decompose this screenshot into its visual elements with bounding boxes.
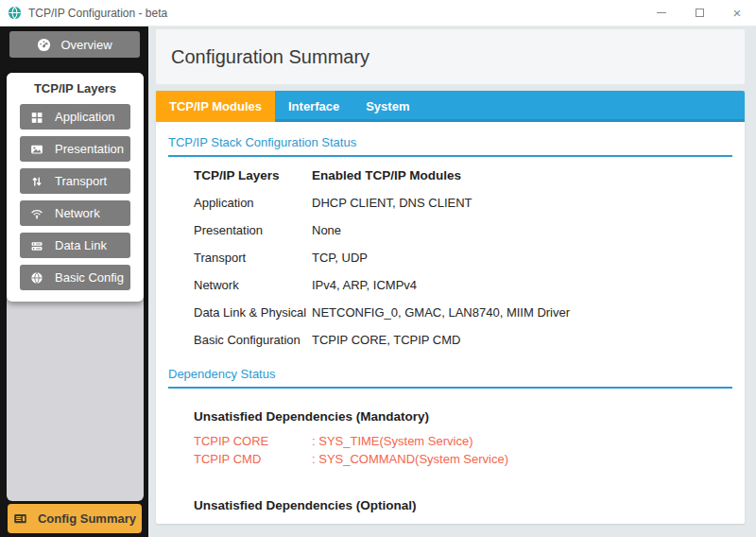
dependency-status-heading: Dependency Status: [168, 367, 732, 389]
sidebar-item-label: Basic Config: [55, 270, 124, 285]
up-down-arrows-icon: [30, 175, 43, 188]
table-row: Transport TCP, UDP: [194, 244, 732, 271]
dep-service: : SYS_CONSOLE(System Service): [312, 521, 732, 524]
tab-interface[interactable]: Interface: [275, 91, 352, 122]
close-button[interactable]: ×: [718, 0, 756, 26]
layer-cell: Basic Configuration: [194, 333, 312, 347]
sidebar-item-label: Transport: [55, 174, 107, 188]
tab-tcpip-modules[interactable]: TCP/IP Modules: [156, 91, 275, 122]
col-header-modules: Enabled TCP/IP Modules: [312, 168, 732, 182]
layer-cell: Data Link & Physical: [194, 305, 312, 320]
modules-cell: DHCP CLIENT, DNS CLIENT: [312, 196, 732, 210]
tab-system[interactable]: System: [352, 91, 422, 122]
report-list-icon: [13, 511, 27, 526]
dep-module: TCPIP CORE: [194, 521, 312, 524]
overview-label: Overview: [60, 38, 112, 52]
overview-button[interactable]: Overview: [9, 31, 140, 58]
optional-dep-row: TCPIP CORE : SYS_CONSOLE(System Service): [194, 521, 732, 524]
sidebar-item-label: Presentation: [55, 142, 124, 156]
sidebar: Overview TCP/IP Layers Application: [0, 26, 148, 537]
modules-cell: TCPIP CORE, TCPIP CMD: [312, 333, 732, 347]
sidebar-item-basic-config[interactable]: Basic Config: [20, 265, 130, 290]
sidebar-item-label: Application: [55, 110, 115, 124]
dep-service: : SYS_COMMAND(System Service): [312, 450, 732, 468]
layer-cell: Application: [194, 196, 312, 210]
stack-status-heading: TCP/IP Stack Configuration Status: [168, 135, 732, 157]
image-icon: [30, 143, 43, 156]
config-summary-button[interactable]: Config Summary: [8, 504, 142, 533]
tab-bar: TCP/IP Modules Interface System: [156, 91, 745, 122]
mandatory-dep-row: TCPIP CMD : SYS_COMMAND(System Service): [194, 450, 732, 468]
table-row: Basic Configuration TCPIP CORE, TCPIP CM…: [194, 326, 732, 354]
server-icon: [30, 239, 43, 252]
minimize-button[interactable]: [643, 0, 680, 26]
table-row: Application DHCP CLIENT, DNS CLIENT: [194, 189, 732, 217]
table-row: Presentation None: [194, 217, 732, 244]
sidebar-item-data-link[interactable]: Data Link: [20, 233, 130, 258]
layer-cell: Transport: [194, 251, 312, 265]
sidebar-item-network[interactable]: Network: [20, 200, 130, 226]
maximize-button[interactable]: [680, 0, 718, 26]
page-title: Configuration Summary: [171, 46, 369, 68]
titlebar: TCP/IP Configuration - beta ×: [0, 0, 756, 26]
layer-cell: Presentation: [194, 223, 312, 237]
modules-cell: IPv4, ARP, ICMPv4: [312, 278, 732, 292]
dep-service: : SYS_TIME(System Service): [312, 432, 732, 450]
dependency-block: Unsatisfied Dependencies (Mandatory) TCP…: [194, 409, 732, 524]
table-row: Data Link & Physical NETCONFIG_0, GMAC, …: [194, 299, 732, 326]
layers-card: TCP/IP Layers Application: [7, 73, 144, 302]
content-panel: TCP/IP Modules Interface System TCP/IP S…: [156, 91, 745, 524]
window-title: TCP/IP Configuration - beta: [28, 7, 643, 20]
mandatory-deps-title: Unsatisfied Dependencies (Mandatory): [194, 409, 732, 424]
layer-cell: Network: [194, 278, 312, 292]
gauge-icon: [37, 38, 51, 52]
optional-deps-title: Unsatisfied Dependencies (Optional): [194, 498, 732, 512]
stack-status-table: TCP/IP Layers Enabled TCP/IP Modules App…: [194, 162, 732, 354]
grid-icon: [30, 111, 43, 124]
table-row: Network IPv4, ARP, ICMPv4: [194, 271, 732, 299]
globe-icon: [30, 271, 43, 285]
modules-cell: None: [312, 223, 732, 237]
sidebar-item-presentation[interactable]: Presentation: [20, 136, 130, 162]
dep-module: TCPIP CORE: [194, 432, 312, 450]
sidebar-item-label: Data Link: [55, 238, 107, 252]
page-header: Configuration Summary: [156, 29, 745, 84]
modules-cell: NETCONFIG_0, GMAC, LAN8740, MIIM Driver: [312, 305, 732, 320]
close-icon: ×: [733, 6, 742, 20]
minimize-icon: [657, 12, 666, 13]
sidebar-item-label: Network: [55, 206, 100, 220]
maximize-icon: [696, 9, 704, 17]
table-header-row: TCP/IP Layers Enabled TCP/IP Modules: [194, 162, 732, 189]
col-header-layers: TCP/IP Layers: [194, 168, 312, 182]
app-logo-icon: [8, 6, 22, 20]
layers-panel-title: TCP/IP Layers: [7, 81, 144, 95]
dep-module: TCPIP CMD: [194, 450, 312, 468]
main-area: Configuration Summary TCP/IP Modules Int…: [148, 26, 756, 537]
layers-panel: TCP/IP Layers Application: [7, 73, 144, 501]
modules-cell: TCP, UDP: [312, 251, 732, 265]
config-summary-label: Config Summary: [38, 511, 136, 526]
mandatory-dep-row: TCPIP CORE : SYS_TIME(System Service): [194, 432, 732, 450]
sidebar-item-application[interactable]: Application: [20, 104, 130, 130]
wifi-icon: [30, 207, 43, 220]
sidebar-item-transport[interactable]: Transport: [20, 168, 130, 194]
